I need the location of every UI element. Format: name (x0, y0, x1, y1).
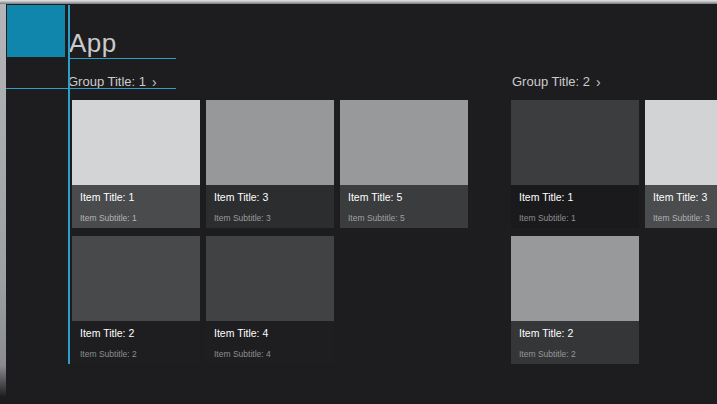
tile-image-placeholder (206, 100, 334, 185)
tile-image-placeholder (340, 100, 468, 185)
tile-caption: Item Title: 3 Item Subtitle: 3 (206, 185, 334, 228)
app-screen: App Group Title: 1 › Item Title: 1 Item … (0, 0, 717, 404)
tile-item[interactable]: Item Title: 3 Item Subtitle: 3 (645, 100, 717, 228)
tile-title: Item Title: 4 (214, 327, 326, 340)
tile-title: Item Title: 2 (519, 327, 631, 340)
tile-title: Item Title: 3 (653, 191, 717, 204)
tile-image-placeholder (511, 100, 639, 185)
tile-subtitle: Item Subtitle: 4 (214, 350, 271, 359)
group-header-2[interactable]: Group Title: 2 › (512, 74, 601, 89)
tile-item[interactable]: Item Title: 5 Item Subtitle: 5 (340, 100, 468, 228)
page-title: App (69, 29, 117, 58)
tile-image-placeholder (206, 236, 334, 321)
tile-image-placeholder (72, 100, 200, 185)
tile-title: Item Title: 1 (519, 191, 631, 204)
tile-subtitle: Item Subtitle: 1 (519, 214, 576, 223)
tile-title: Item Title: 3 (214, 191, 326, 204)
tile-subtitle: Item Subtitle: 2 (80, 350, 137, 359)
tile-item[interactable]: Item Title: 3 Item Subtitle: 3 (206, 100, 334, 228)
tile-title: Item Title: 1 (80, 191, 192, 204)
app-logo-placeholder (7, 5, 65, 57)
tile-item[interactable]: Item Title: 2 Item Subtitle: 2 (511, 236, 639, 364)
tile-title: Item Title: 5 (348, 191, 460, 204)
alignment-guide-app-underline (68, 58, 176, 59)
group-title-label: Group Title: 1 (68, 74, 146, 89)
window-edge-left (0, 3, 6, 397)
tile-caption: Item Title: 5 Item Subtitle: 5 (340, 185, 468, 228)
tile-image-placeholder (511, 236, 639, 321)
group-header-1[interactable]: Group Title: 1 › (68, 74, 157, 89)
tile-subtitle: Item Subtitle: 3 (214, 214, 271, 223)
tile-image-placeholder (72, 236, 200, 321)
tile-subtitle: Item Subtitle: 3 (653, 214, 710, 223)
tile-caption: Item Title: 2 Item Subtitle: 2 (72, 321, 200, 364)
tile-caption: Item Title: 1 Item Subtitle: 1 (72, 185, 200, 228)
tile-caption: Item Title: 4 Item Subtitle: 4 (206, 321, 334, 364)
tile-subtitle: Item Subtitle: 5 (348, 214, 405, 223)
tile-caption: Item Title: 2 Item Subtitle: 2 (511, 321, 639, 364)
group-title-label: Group Title: 2 (512, 74, 590, 89)
tile-item[interactable]: Item Title: 1 Item Subtitle: 1 (72, 100, 200, 228)
alignment-guide-group-underline (0, 88, 176, 89)
tile-caption: Item Title: 1 Item Subtitle: 1 (511, 185, 639, 228)
tile-item[interactable]: Item Title: 2 Item Subtitle: 2 (72, 236, 200, 364)
tile-subtitle: Item Subtitle: 2 (519, 350, 576, 359)
tile-item[interactable]: Item Title: 1 Item Subtitle: 1 (511, 100, 639, 228)
chevron-right-icon: › (596, 74, 601, 89)
chevron-right-icon: › (152, 74, 157, 89)
group-1-tile-grid: Item Title: 1 Item Subtitle: 1 Item Titl… (72, 100, 468, 364)
window-edge-top (0, 0, 717, 4)
tile-item[interactable]: Item Title: 4 Item Subtitle: 4 (206, 236, 334, 364)
tile-image-placeholder (645, 100, 717, 185)
tile-subtitle: Item Subtitle: 1 (80, 214, 137, 223)
tile-title: Item Title: 2 (80, 327, 192, 340)
group-2-tile-grid: Item Title: 1 Item Subtitle: 1 Item Titl… (511, 100, 717, 364)
tile-caption: Item Title: 3 Item Subtitle: 3 (645, 185, 717, 228)
